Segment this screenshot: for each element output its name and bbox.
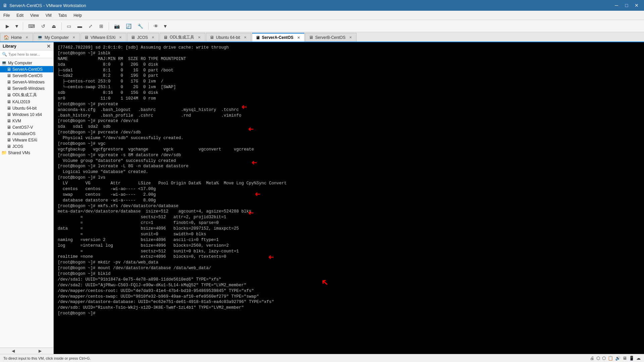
tab-mycomputer-close[interactable]: ✕ [71,35,76,40]
tree-icon-jcos: 🖥 [7,144,11,149]
sidebar: Library ✕ 🔍 ▼ 💻My Computer🖥ServerA-CentO… [0,42,54,354]
tree-label-servera: ServerA-CentOS [12,67,43,72]
tree-label-kvm: KVM [12,119,21,123]
fit-guest-btn[interactable]: ▬ [75,21,85,31]
console-output: [77462.782289] sd 2:0:1:0: [sdb] Assumin… [58,45,640,316]
sidebar-close-btn[interactable]: ✕ [47,44,51,49]
tree-item-serverb[interactable]: 🖥ServerB-CentOS [0,72,53,79]
tree-item-autolaboros[interactable]: 🖥AutolaborOS [0,130,53,137]
view-dropdown-btn[interactable]: ▼ [162,21,169,31]
maximize-btn[interactable]: □ [622,1,631,10]
unity-btn[interactable]: ⊞ [97,21,106,31]
tree-icon-serverb: 🖥 [7,73,11,78]
tab-mycomputer-label: My Computer [45,35,69,40]
tab-home-close[interactable]: ✕ [24,35,29,40]
tab-serverb-close[interactable]: ✕ [348,35,353,40]
cloud-icon[interactable]: ☁ [636,356,641,361]
fit-window-btn[interactable]: ▭ [64,21,74,31]
tab-serverb[interactable]: 🖥ServerB-CentOS✕ [305,33,357,42]
fullscreen-btn[interactable]: ⤢ [86,21,95,31]
tree-item-win10[interactable]: 🖥Windows 10 x64 [0,111,53,118]
tree-item-vmwareesxi[interactable]: 🖥VMware ESXi [0,137,53,143]
menu-item-view[interactable]: View [27,12,42,19]
tree-icon-kvm: 🖥 [7,118,11,123]
tab-vmware-esxi-close[interactable]: ✕ [118,35,123,40]
tree-icon-autolaboros: 🖥 [7,131,11,136]
tab-mycomputer-icon: 💻 [37,35,43,40]
tab-servera-close[interactable]: ✕ [296,35,301,40]
play-dropdown-btn[interactable]: ▼ [13,21,20,31]
tree-item-jcos[interactable]: 🖥JCOS [0,143,53,149]
tab-jcos-close[interactable]: ✕ [151,35,155,40]
tree-item-odl[interactable]: 🖥ODL集成工具 [0,92,53,99]
snapshot-btn[interactable]: 📷 [112,21,122,31]
tab-servera[interactable]: 🖥ServerA-CentOS✕ [252,33,305,42]
minimize-btn[interactable]: ─ [612,1,621,10]
tree-icon-sharedvms: 📁 [1,150,7,155]
status-hint: To direct input to this VM, click inside… [3,356,91,360]
tree-item-centos7v[interactable]: 🖥CentOS7-V [0,124,53,130]
tab-home[interactable]: 🏠Home✕ [0,33,33,42]
tree-icon-serverawin: 🖥 [7,79,11,84]
tree-label-jcos: JCOS [12,144,23,149]
power-btn[interactable]: ⏏ [49,21,59,31]
tree-item-serverbwin[interactable]: 🖥ServerB-Windows [0,85,53,92]
tree-label-win10: Windows 10 x64 [12,112,42,117]
usb-icon[interactable]: 📱 [629,356,634,361]
menu-item-edit[interactable]: Edit [13,12,27,19]
menu-item-help[interactable]: Help [70,12,85,19]
tab-jcos[interactable]: 🖥JCOS✕ [127,33,159,42]
tab-ubuntu[interactable]: 🖥Ubuntu 64-bit✕ [206,33,251,42]
tab-odl-close[interactable]: ✕ [197,35,202,40]
close-btn[interactable]: ✕ [632,1,641,10]
tab-ubuntu-label: Ubuntu 64-bit [216,35,240,40]
toolbar: ▶ ▼ ⌨ ↺ ⏏ ▭ ▬ ⤢ ⊞ 📷 🔄 🔧 👁 ▼ [0,20,644,32]
scroll-right-btn[interactable]: ▶ [27,348,54,354]
settings-btn[interactable]: 🔧 [135,21,146,31]
tab-odl-label: ODL集成工具 [170,35,194,40]
tree-item-kvm[interactable]: 🖥KVM [0,118,53,124]
scroll-left-btn[interactable]: ◀ [0,348,27,354]
tree-label-kali: KALI2019 [12,100,30,104]
titlebar: 🖥 ServerA-CentOS - VMware Workstation ─ … [0,0,644,11]
tree-icon-win10: 🖥 [7,112,11,117]
tree-item-ubuntu[interactable]: 🖥Ubuntu 64-bit [0,105,53,111]
tree-label-odl: ODL集成工具 [12,92,37,98]
clipboard-icon[interactable]: 📋 [608,356,613,361]
toolbar-sep-1 [23,22,23,30]
tab-jcos-icon: 🖥 [131,35,135,40]
printer-icon[interactable]: 🖨 [590,356,594,361]
play-pause-btn[interactable]: ▶ [3,21,12,31]
vm-console[interactable]: [77462.782289] sd 2:0:1:0: [sdb] Assumin… [54,42,644,354]
revert-btn[interactable]: 🔄 [123,21,134,31]
tree-label-serverbwin: ServerB-Windows [12,86,45,91]
tabbar: 🏠Home✕💻My Computer✕🖥VMware ESXi✕🖥JCOS✕🖥O… [0,32,644,42]
network-icon-1[interactable]: ⬡ [596,356,600,361]
tree-icon-kali: 🖥 [7,99,11,104]
tree-label-centos7v: CentOS7-V [12,125,33,130]
tab-serverb-label: ServerB-CentOS [315,35,345,40]
reset-btn[interactable]: ↺ [39,21,48,31]
tab-odl-icon: 🖥 [163,35,168,40]
sidebar-header: Library ✕ [0,42,53,51]
tab-vmware-esxi[interactable]: 🖥VMware ESXi✕ [80,33,126,42]
search-input[interactable] [8,52,55,56]
send-ctrl-alt-del-btn[interactable]: ⌨ [26,21,37,31]
sound-icon[interactable]: 🔊 [615,356,621,361]
tab-ubuntu-close[interactable]: ✕ [243,35,248,40]
view-btn[interactable]: 👁 [151,21,161,31]
tree-item-servera[interactable]: 🖥ServerA-CentOS [0,66,53,72]
menu-item-file[interactable]: File [0,12,13,19]
tree-icon-vmwareesxi: 🖥 [7,137,11,142]
tree-item-sharedvms[interactable]: 📁Shared VMs [0,149,53,156]
menu-item-vm[interactable]: VM [42,12,55,19]
tree-item-kali[interactable]: 🖥KALI2019 [0,99,53,105]
tree-item-mycomputer[interactable]: 💻My Computer [0,60,53,66]
main-layout: Library ✕ 🔍 ▼ 💻My Computer🖥ServerA-CentO… [0,42,644,354]
tab-mycomputer[interactable]: 💻My Computer✕ [34,33,80,42]
menu-item-tabs[interactable]: Tabs [55,12,70,19]
network-icon-2[interactable]: ⬡ [602,356,606,361]
tree-item-serverawin[interactable]: 🖥ServerA-Windows [0,79,53,85]
display-icon[interactable]: 🖥 [623,356,627,361]
tab-odl[interactable]: 🖥ODL集成工具✕ [160,33,205,42]
